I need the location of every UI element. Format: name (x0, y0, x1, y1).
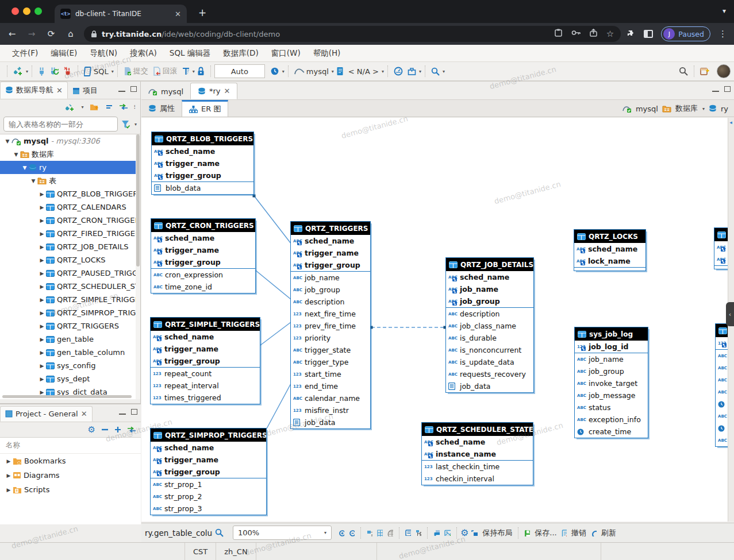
breadcrumb-connection[interactable]: mysql (636, 105, 658, 113)
mac-close-button[interactable] (11, 7, 19, 15)
maximize-editor-icon[interactable] (724, 86, 731, 92)
er-column-prev_fire_time[interactable]: 123prev_fire_time (291, 320, 370, 332)
er-column-cron_expression[interactable]: ABCcron_expression (151, 269, 255, 281)
er-column-description[interactable]: ABCdescription (446, 308, 533, 320)
breadcrumb-schema[interactable]: ry (721, 105, 728, 113)
er-column-trigger_name[interactable]: ABCtrigger_name (291, 247, 370, 259)
menu-SQL 编辑器[interactable]: SQL 编辑器 (163, 48, 217, 59)
search-db-button[interactable] (429, 66, 441, 77)
global-search-button[interactable] (677, 65, 690, 77)
er-column-end_time[interactable]: 123end_time (291, 380, 370, 392)
er-column-create_time[interactable]: create_time (575, 426, 648, 438)
transaction-mode-button[interactable] (180, 65, 191, 77)
er-column-trigger_state[interactable]: ABCtrigger_state (291, 344, 370, 356)
er-column-str_prop_3[interactable]: ABCstr_prop_3 (151, 503, 266, 515)
chevron-right-icon[interactable]: ▶ (38, 271, 46, 276)
hierarchy-view-icon[interactable] (414, 528, 423, 537)
db-stack-icon[interactable] (709, 105, 717, 113)
chevron-right-icon[interactable]: ▶ (38, 231, 46, 237)
auto-layout-icon[interactable] (365, 528, 374, 538)
chevron-right-icon[interactable]: ▶ (5, 473, 13, 478)
minimize-editor-icon[interactable] (712, 90, 719, 92)
er-diagram-canvas[interactable]: QRTZ_BLOB_TRIGGERSABCsched_nameABCtrigge… (141, 118, 734, 522)
menu-文件F[interactable]: 文件(F) (6, 48, 44, 59)
er-table-QRTZ_TRIGGERS[interactable]: QRTZ_TRIGGERSABCsched_nameABCtrigger_nam… (290, 221, 371, 429)
maximize-panel-icon[interactable] (130, 86, 137, 92)
er-column-sched_name[interactable]: ABCsched_name (291, 235, 370, 247)
er-column-is_update_data[interactable]: ABCis_update_data (446, 356, 533, 368)
breadcrumb-dropdown[interactable]: ▾ (702, 106, 705, 111)
er-column-exception_info[interactable]: ABCexception_info (575, 414, 648, 426)
tab-close-icon[interactable]: ✕ (56, 86, 63, 95)
er-table-header[interactable]: QRTZ_BLOB_TRIGGERS (152, 132, 253, 145)
view-menu-kebab-icon[interactable]: ⁝ (134, 103, 136, 111)
chevron-right-icon[interactable]: ▶ (5, 458, 13, 464)
er-table-header[interactable]: QRTZ_TRIGGERS (291, 222, 370, 235)
er-column-last_checkin_time[interactable]: 123last_checkin_time (422, 461, 533, 473)
password-key-icon[interactable] (571, 29, 581, 37)
new-connection-button[interactable] (11, 65, 25, 77)
new-folder-icon[interactable] (90, 103, 99, 111)
home-icon[interactable]: ⌂ (63, 29, 78, 39)
er-column-job_name[interactable]: ABCjob_name (291, 272, 370, 284)
name-column-header[interactable]: 名称 (0, 438, 141, 454)
db-folder-icon[interactable] (662, 105, 671, 113)
tab-project[interactable]: 项目 (68, 83, 102, 99)
er-table-QRTZ_SIMPROP_TRIGGERS[interactable]: QRTZ_SIMPROP_TRIGGERSABCsched_nameABCtri… (150, 428, 267, 515)
new-connection-small-dropdown[interactable]: ▾ (81, 105, 83, 110)
keep-layout-icon[interactable] (469, 528, 479, 538)
er-column-blob_data[interactable]: blob_data (152, 182, 253, 194)
dashboard-button[interactable] (392, 65, 405, 77)
save-icon[interactable] (522, 528, 532, 538)
chevron-down-icon[interactable]: ▼ (12, 152, 20, 157)
er-column-sched_name[interactable]: ABCsched_name (422, 436, 533, 448)
tab-close-icon[interactable]: ✕ (224, 87, 230, 95)
open-view-button[interactable] (698, 65, 712, 77)
er-column-trigger_type[interactable]: ABCtrigger_type (291, 356, 370, 368)
tree-item-QRTZ_CRON_TRIGGERS[interactable]: ▶QRTZ_CRON_TRIGGERS (0, 214, 140, 227)
er-column-status[interactable]: ABCstatus (575, 401, 648, 414)
er-table-QRTZ_CRON_TRIGGERS[interactable]: QRTZ_CRON_TRIGGERSABCsched_nameABCtrigge… (151, 218, 256, 293)
collapse-panel-handle[interactable]: ‹ (726, 302, 734, 326)
search-dropdown[interactable]: ▾ (443, 69, 445, 74)
menu-数据库D[interactable]: 数据库(D) (217, 48, 264, 59)
link-editor-icon[interactable] (127, 426, 136, 433)
mac-minimize-button[interactable] (23, 7, 30, 15)
zoom-in-icon[interactable] (337, 528, 346, 538)
tree-item-mysql[interactable]: ▼mysql - mysql:3306 (0, 134, 140, 148)
er-table-sys_job_log[interactable]: sys_job_log123job_log_idABCjob_nameABCjo… (574, 327, 648, 438)
active-schema-button[interactable]: < N/A > (347, 66, 381, 77)
connect-button[interactable] (36, 65, 47, 77)
refresh-label[interactable]: 刷新 (601, 528, 616, 538)
address-bar[interactable]: try.titanide.cn/ide/web/coding/db-client… (84, 26, 621, 42)
er-column-instance_name[interactable]: ABCinstance_name (422, 448, 533, 460)
er-column-next_fire_time[interactable]: 123next_fire_time (291, 308, 370, 320)
commit-button[interactable]: 提交 (122, 65, 150, 78)
er-column-misfire_instr[interactable]: 123misfire_instr (291, 404, 370, 416)
export-image-icon[interactable] (443, 528, 452, 537)
tasks-button[interactable] (406, 65, 418, 77)
split-view-icon[interactable] (644, 30, 653, 38)
tree-item-QRTZ_CALENDARS[interactable]: ▶QRTZ_CALENDARS (0, 200, 140, 214)
er-column-calendar_name[interactable]: ABCcalendar_name (291, 392, 370, 404)
er-column-is_nonconcurrent[interactable]: ABCis_nonconcurrent (446, 344, 533, 356)
active-connection-button[interactable]: mysql (293, 66, 331, 77)
keep-layout-label[interactable]: 保持布局 (482, 528, 512, 538)
er-column-lock_name[interactable]: ABClock_name (574, 255, 645, 267)
mac-zoom-button[interactable] (34, 7, 42, 15)
navigator-vscrollbar[interactable] (136, 134, 140, 399)
locale-indicator[interactable]: zh_CN (216, 543, 256, 560)
schema-dropdown[interactable]: ▾ (382, 69, 384, 74)
menu-帮助H[interactable]: 帮助(H) (307, 48, 347, 59)
profile-badge[interactable]: J Paused (661, 26, 710, 41)
er-column-job_group[interactable]: ABCjob_group (291, 284, 370, 296)
mysql-connection-icon[interactable] (622, 105, 632, 113)
er-column-str_prop_1[interactable]: ABCstr_prop_1 (151, 478, 266, 491)
filter-funnel-icon[interactable] (121, 120, 130, 129)
er-column-job_log_id[interactable]: 123job_log_id (575, 341, 648, 353)
fit-page-icon[interactable] (386, 528, 395, 538)
er-table-QRTZ_SCHEDULER_STATE[interactable]: QRTZ_SCHEDULER_STATEABCsched_nameABCinst… (421, 422, 533, 485)
timezone-indicator[interactable]: CST (185, 543, 216, 560)
table-filter-input[interactable] (3, 117, 118, 132)
tree-item-QRTZ_TRIGGERS[interactable]: ▶QRTZ_TRIGGERS (0, 319, 140, 333)
